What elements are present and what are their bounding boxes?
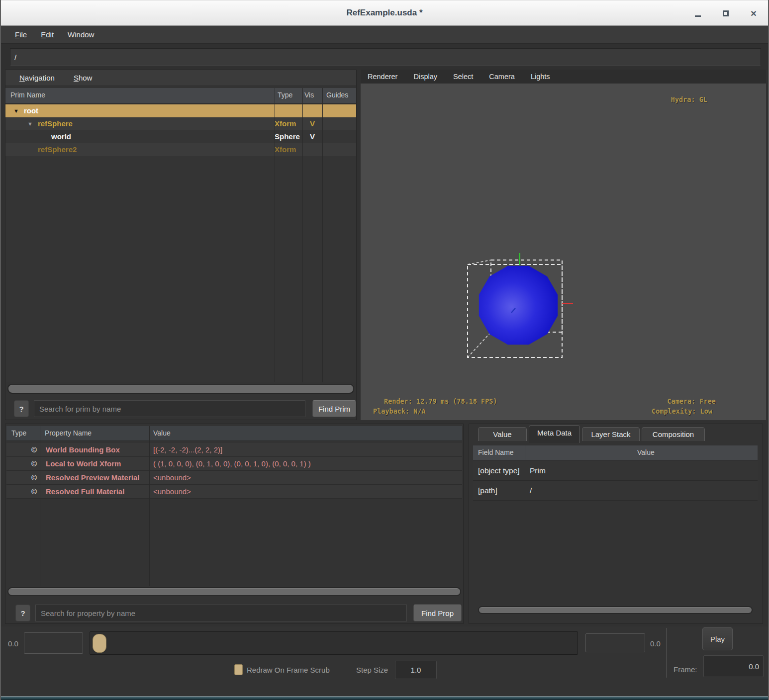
tree-header: Prim Name Type Vis Guides	[5, 88, 356, 103]
usdview-window: RefExample.usda * ✕ File Edit Window Nav…	[0, 0, 769, 700]
tree-row-refsphere[interactable]: ▼refSphere Xform V	[5, 117, 356, 130]
frame-slider[interactable]	[90, 631, 578, 655]
prop-search-input[interactable]	[35, 605, 407, 621]
axis-gizmo	[361, 84, 766, 420]
col-guides: Guides	[326, 91, 348, 99]
find-prim-button[interactable]: Find Prim	[312, 400, 356, 417]
property-panel: Type Property Name Value © World Boundin…	[5, 424, 464, 624]
play-button[interactable]: Play	[702, 627, 733, 650]
column-divider	[149, 426, 150, 586]
menu-renderer[interactable]: Renderer	[368, 73, 397, 81]
range-start-input[interactable]	[24, 632, 83, 654]
frame-label: Frame:	[673, 665, 697, 674]
minimize-icon	[695, 15, 701, 17]
menu-lights[interactable]: Lights	[531, 73, 550, 81]
property-row[interactable]: © Resolved Preview Material <unbound>	[6, 471, 462, 485]
vis-toggle[interactable]: V	[302, 130, 322, 143]
prop-search-help-button[interactable]: ?	[15, 605, 30, 621]
column-divider	[322, 88, 323, 382]
tab-composition[interactable]: Composition	[642, 427, 705, 441]
redraw-label: Redraw On Frame Scrub	[247, 666, 330, 674]
menu-navigation[interactable]: Navigation	[18, 73, 56, 83]
menu-display[interactable]: Display	[413, 73, 437, 81]
expander-icon[interactable]: ▼	[13, 104, 19, 117]
prim-path-input[interactable]	[10, 48, 761, 66]
metadata-hscrollbar	[478, 606, 753, 614]
expander-icon[interactable]: ▼	[27, 117, 33, 130]
property-row[interactable]: © Resolved Full Material <unbound>	[6, 485, 462, 499]
tab-meta-data[interactable]: Meta Data	[529, 425, 580, 443]
menu-window[interactable]: Window	[63, 28, 99, 41]
metadata-panel: Value Meta Data Layer Stack Composition …	[469, 424, 763, 624]
menu-show[interactable]: Show	[73, 73, 94, 83]
hud-render: Render: 12.79 ms (78.18 FPS)	[384, 397, 497, 405]
slider-thumb[interactable]	[93, 634, 106, 653]
column-divider	[40, 426, 40, 586]
divider	[666, 628, 667, 678]
hud-playback: Playback: N/A	[373, 407, 426, 415]
title-bar: RefExample.usda * ✕	[1, 0, 768, 26]
column-divider	[302, 88, 303, 382]
z-axis-icon	[511, 308, 515, 313]
maximize-icon	[723, 10, 729, 16]
path-bar	[1, 44, 768, 70]
step-size-input[interactable]	[395, 661, 437, 679]
metadata-header: Field Name Value	[473, 445, 758, 461]
tree-menubar: Navigation Show	[5, 70, 356, 86]
metadata-row[interactable]: [path] /	[473, 481, 758, 501]
menu-edit[interactable]: Edit	[36, 28, 59, 41]
col-vis: Vis	[304, 91, 314, 99]
col-prim-name: Prim Name	[10, 91, 45, 99]
range-start-label: 0.0	[8, 639, 18, 648]
step-size-label: Step Size	[356, 666, 388, 674]
menu-camera[interactable]: Camera	[489, 73, 515, 81]
tab-layer-stack[interactable]: Layer Stack	[582, 427, 640, 441]
column-divider	[525, 445, 525, 521]
computed-property-icon: ©	[6, 471, 40, 485]
scrollbar-thumb[interactable]	[8, 385, 353, 393]
column-divider	[275, 88, 275, 382]
col-meta-value: Value	[637, 448, 655, 456]
computed-property-icon: ©	[6, 485, 40, 499]
computed-property-icon: ©	[6, 443, 40, 457]
range-end-input[interactable]	[585, 633, 645, 652]
window-title: RefExample.usda *	[1, 8, 768, 18]
vis-toggle[interactable]: V	[302, 117, 322, 130]
scrollbar-thumb[interactable]	[8, 588, 460, 595]
prim-search-input[interactable]	[34, 400, 305, 417]
viewport-canvas[interactable]: Hydra: GL Render: 12.79 ms (78.18 FPS) P…	[361, 84, 766, 420]
minimize-button[interactable]	[691, 7, 704, 20]
tab-value[interactable]: Value	[478, 427, 527, 441]
metadata-row[interactable]: [object type] Prim	[473, 461, 758, 481]
col-prop-name: Property Name	[45, 429, 92, 437]
computed-property-icon: ©	[6, 457, 40, 471]
hud-camera: Camera: Free	[667, 397, 716, 405]
range-end-label: 0.0	[650, 639, 661, 648]
tree-row-world[interactable]: world Sphere V	[5, 130, 356, 143]
viewport-panel: Renderer Display Select Camera Lights Hy…	[361, 70, 766, 420]
prim-tree: Prim Name Type Vis Guides ▼root ▼refSphe…	[5, 88, 356, 382]
col-field-name: Field Name	[478, 448, 514, 456]
property-header: Type Property Name Value	[6, 426, 462, 441]
frame-input[interactable]	[703, 655, 764, 677]
prim-tree-panel: Navigation Show Prim Name Type Vis Guide…	[5, 70, 357, 420]
scrollbar-thumb[interactable]	[479, 607, 752, 613]
tree-row-root[interactable]: ▼root	[5, 104, 356, 117]
menu-select[interactable]: Select	[453, 73, 473, 81]
maximize-button[interactable]	[719, 7, 732, 20]
col-prop-type: Type	[11, 429, 26, 437]
close-button[interactable]: ✕	[747, 7, 760, 20]
find-prop-button[interactable]: Find Prop	[413, 605, 462, 621]
tree-row-refsphere2[interactable]: refSphere2 Xform	[5, 143, 356, 156]
redraw-checkbox[interactable]	[234, 664, 243, 675]
metadata-table: Field Name Value [object type] Prim [pat…	[473, 445, 758, 501]
hud-complexity: Complexity: Low	[652, 407, 712, 415]
menu-file[interactable]: File	[10, 28, 32, 41]
tree-hscrollbar	[7, 384, 354, 394]
property-row[interactable]: © World Bounding Box [(-2, -2, -2)...(2,…	[6, 443, 462, 457]
timeline-bar: 0.0 0.0 Play Frame: Redraw On Frame Scru…	[1, 626, 769, 696]
property-row[interactable]: © Local to World Xform ( (1, 0, 0, 0), (…	[6, 457, 462, 471]
prim-search-help-button[interactable]: ?	[14, 400, 29, 417]
col-type: Type	[278, 91, 292, 99]
viewport-menubar: Renderer Display Select Camera Lights	[361, 70, 766, 84]
